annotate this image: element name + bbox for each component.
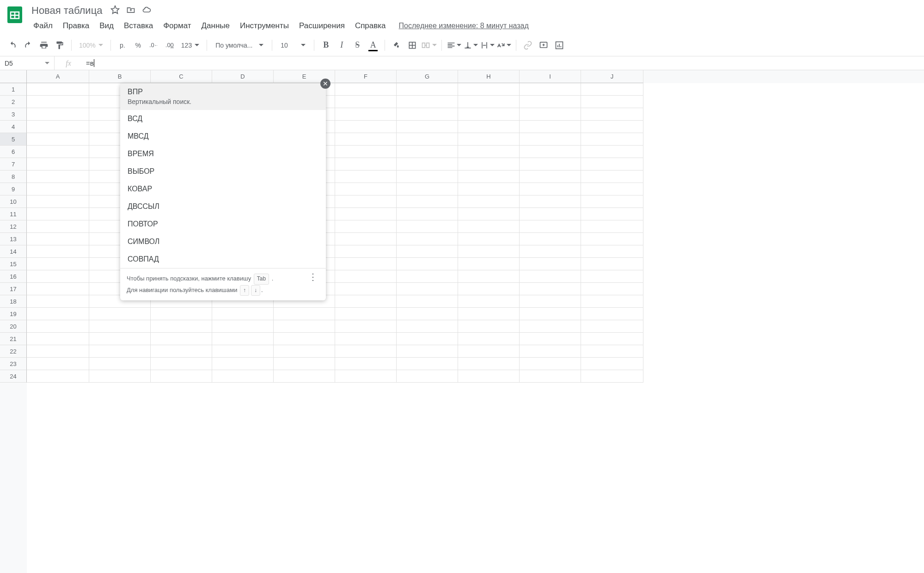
menu-правка[interactable]: Правка (58, 19, 94, 32)
decrease-decimal-button[interactable]: .0← (147, 38, 161, 52)
cell[interactable] (335, 320, 397, 333)
move-icon[interactable] (126, 5, 135, 16)
last-edit-link[interactable]: Последнее изменение: 8 минут назад (399, 22, 529, 30)
autocomplete-item[interactable]: МВСД (120, 128, 326, 145)
cell[interactable] (335, 195, 397, 208)
cell[interactable] (212, 358, 274, 370)
cell[interactable] (520, 220, 581, 233)
row-header[interactable]: 13 (0, 233, 27, 245)
cell[interactable] (397, 121, 458, 133)
cell[interactable] (520, 233, 581, 245)
text-wrap-button[interactable] (480, 38, 495, 52)
column-header[interactable]: C (151, 70, 212, 83)
cell[interactable] (27, 133, 89, 146)
cell[interactable] (397, 283, 458, 295)
cell[interactable] (397, 270, 458, 283)
cell[interactable] (581, 183, 643, 195)
cell[interactable] (581, 258, 643, 270)
print-button[interactable] (37, 38, 51, 52)
cell[interactable] (397, 233, 458, 245)
cell[interactable] (581, 333, 643, 345)
text-rotation-button[interactable] (496, 38, 511, 52)
cell[interactable] (27, 108, 89, 121)
cell[interactable] (27, 233, 89, 245)
cell[interactable] (520, 83, 581, 96)
cell[interactable] (27, 333, 89, 345)
cell[interactable] (335, 146, 397, 158)
cell[interactable] (335, 83, 397, 96)
cell[interactable] (151, 345, 212, 358)
row-header[interactable]: 6 (0, 146, 27, 158)
spreadsheet-grid[interactable]: ABCDEFGHIJ 12345678910111213141516171819… (0, 70, 924, 573)
cell[interactable] (520, 283, 581, 295)
cell[interactable] (397, 96, 458, 108)
cell[interactable] (520, 370, 581, 383)
cell[interactable] (335, 158, 397, 171)
cell[interactable] (581, 320, 643, 333)
cell[interactable] (581, 96, 643, 108)
cell[interactable] (458, 333, 520, 345)
cell[interactable] (458, 83, 520, 96)
cell[interactable] (520, 146, 581, 158)
cell[interactable] (397, 158, 458, 171)
autocomplete-item[interactable]: ВПРВертикальный поиск. (120, 83, 326, 110)
row-header[interactable]: 24 (0, 370, 27, 383)
cell[interactable] (458, 358, 520, 370)
cell[interactable] (581, 195, 643, 208)
cell[interactable] (520, 96, 581, 108)
cell[interactable] (520, 245, 581, 258)
redo-button[interactable] (21, 38, 35, 52)
text-color-button[interactable]: A (366, 38, 380, 52)
cell[interactable] (89, 333, 151, 345)
cell[interactable] (274, 308, 335, 320)
cell[interactable] (520, 320, 581, 333)
cell[interactable] (520, 270, 581, 283)
cell[interactable] (458, 320, 520, 333)
cell[interactable] (27, 121, 89, 133)
row-header[interactable]: 10 (0, 195, 27, 208)
column-header[interactable]: I (520, 70, 581, 83)
font-size-select[interactable]: 10 (277, 38, 309, 52)
cell[interactable] (581, 283, 643, 295)
formula-input[interactable]: =в (82, 59, 924, 67)
borders-button[interactable] (405, 38, 419, 52)
cell[interactable] (397, 208, 458, 220)
cell[interactable] (581, 158, 643, 171)
cell[interactable] (335, 258, 397, 270)
cell[interactable] (335, 358, 397, 370)
cell[interactable] (335, 133, 397, 146)
cell[interactable] (27, 270, 89, 283)
cloud-icon[interactable] (142, 5, 151, 16)
menu-файл[interactable]: Файл (29, 19, 57, 32)
row-header[interactable]: 2 (0, 96, 27, 108)
close-icon[interactable]: ✕ (320, 79, 330, 89)
cell[interactable] (520, 345, 581, 358)
menu-инструменты[interactable]: Инструменты (235, 19, 294, 32)
cell[interactable] (27, 258, 89, 270)
cell[interactable] (520, 195, 581, 208)
cell[interactable] (27, 171, 89, 183)
column-header[interactable]: F (335, 70, 397, 83)
cell[interactable] (397, 345, 458, 358)
cell[interactable] (581, 83, 643, 96)
cell[interactable] (520, 358, 581, 370)
cell[interactable] (335, 220, 397, 233)
cell[interactable] (274, 320, 335, 333)
cell[interactable] (581, 370, 643, 383)
cell[interactable] (458, 220, 520, 233)
more-options-icon[interactable]: ⋮ (306, 273, 319, 280)
cell[interactable] (458, 295, 520, 308)
document-title[interactable]: Новая таблица (29, 4, 105, 18)
cell[interactable] (581, 108, 643, 121)
cell[interactable] (89, 345, 151, 358)
cell[interactable] (458, 233, 520, 245)
autocomplete-item[interactable]: КОВАР (120, 180, 326, 198)
cell[interactable] (27, 283, 89, 295)
cell[interactable] (581, 295, 643, 308)
cell[interactable] (458, 108, 520, 121)
horizontal-align-button[interactable] (447, 38, 461, 52)
cell[interactable] (151, 333, 212, 345)
select-all-corner[interactable] (0, 70, 27, 83)
cell[interactable] (212, 345, 274, 358)
autocomplete-item[interactable]: ДВССЫЛ (120, 198, 326, 215)
